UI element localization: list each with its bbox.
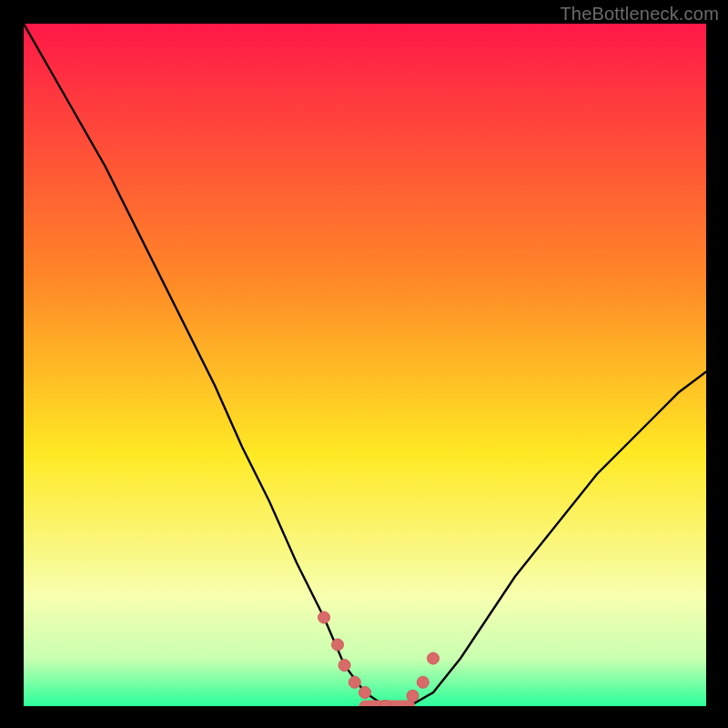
curve-marker [349, 676, 360, 688]
curve-marker [339, 660, 350, 672]
plot-area [24, 24, 706, 706]
curve-marker [318, 612, 330, 623]
curve-marker [359, 687, 371, 699]
gradient-background [24, 24, 706, 706]
curve-marker [417, 676, 429, 688]
curve-marker [407, 690, 419, 702]
curve-marker [332, 639, 344, 651]
chart-stage: TheBottleneck.com [0, 0, 728, 728]
watermark-text: TheBottleneck.com [560, 4, 719, 25]
chart-svg [24, 24, 706, 706]
curve-marker [428, 652, 440, 664]
